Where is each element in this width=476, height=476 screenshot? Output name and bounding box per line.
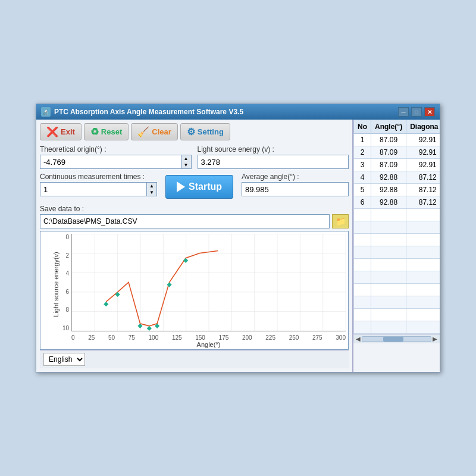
- table-row-empty: [354, 321, 440, 334]
- clear-icon: 🧹: [137, 126, 149, 137]
- col-diagonal: Diagona▲: [406, 120, 440, 134]
- language-select[interactable]: English: [43, 353, 85, 366]
- folder-icon: 📁: [336, 217, 346, 226]
- theoretical-origin-group: Theoretical origin(°) : ▲ ▼: [40, 145, 192, 169]
- startup-triangle-icon: [177, 181, 185, 192]
- cell-angle: 92.88: [371, 184, 406, 196]
- scrollbar-area: ◀ ▶: [353, 334, 440, 343]
- setting-icon: ⚙: [187, 126, 195, 137]
- title-bar: 🔬 PTC Absorption Axis Angle Measurement …: [36, 104, 440, 120]
- main-window: 🔬 PTC Absorption Axis Angle Measurement …: [36, 104, 440, 372]
- continuous-spinner: ▲ ▼: [147, 182, 157, 196]
- chart-area: 10 8 6 4 2 0 Light source energy(v): [40, 231, 349, 350]
- setting-button[interactable]: ⚙ Setting: [180, 123, 230, 140]
- table-row-empty: [354, 234, 440, 246]
- cell-diagonal: 87.12: [406, 184, 440, 196]
- chart-y-label: Light source energy(v): [40, 231, 71, 337]
- table-row-empty: [354, 296, 440, 309]
- cell-angle: 92.88: [371, 196, 406, 209]
- theoretical-origin-label: Theoretical origin(°) :: [40, 145, 192, 154]
- light-source-row: [198, 155, 349, 169]
- table-row: 692.8887.12: [354, 196, 440, 209]
- save-path-input[interactable]: [40, 214, 330, 228]
- theoretical-origin-spinner: ▲ ▼: [181, 155, 192, 169]
- title-controls: ─ □ ✕: [398, 107, 435, 117]
- cell-angle: 87.09: [371, 134, 406, 146]
- setting-label: Setting: [198, 127, 224, 136]
- col-no: No: [354, 120, 371, 134]
- folder-button[interactable]: 📁: [332, 214, 349, 228]
- startup-label: Startup: [189, 181, 222, 192]
- save-label: Save data to :: [40, 205, 349, 213]
- chart-x-label: Angle(°): [71, 333, 346, 349]
- cell-diagonal: 87.12: [406, 171, 440, 184]
- startup-button[interactable]: Startup: [165, 175, 233, 199]
- cell-diagonal: 92.91: [406, 134, 440, 146]
- data-point-6: [167, 283, 171, 287]
- table-row: 492.8887.12: [354, 171, 440, 184]
- cell-diagonal: 87.12: [406, 196, 440, 209]
- cell-no: 3: [354, 159, 371, 171]
- chart-y-label-text: Light source energy(v): [52, 252, 60, 317]
- chart-inner: [71, 234, 346, 331]
- middle-row: Continuous measurement times : ▲ ▼ Start…: [40, 173, 349, 201]
- cell-diagonal: 92.91: [406, 146, 440, 159]
- scroll-right-arrow[interactable]: ▶: [431, 336, 439, 342]
- cell-no: 4: [354, 171, 371, 184]
- minimize-button[interactable]: ─: [398, 107, 409, 117]
- continuous-label: Continuous measurement times :: [40, 173, 157, 181]
- toolbar: ❌ Exit ♻ Reset 🧹 Clear ⚙ Setting: [40, 123, 349, 140]
- table-row: 187.0992.91: [354, 134, 440, 146]
- chart-x-label-text: Angle(°): [197, 341, 221, 348]
- cell-angle: 92.88: [371, 171, 406, 184]
- maximize-button[interactable]: □: [411, 107, 422, 117]
- scrollbar-thumb[interactable]: [383, 337, 404, 342]
- continuous-up[interactable]: ▲: [147, 183, 156, 189]
- exit-button[interactable]: ❌ Exit: [40, 123, 82, 140]
- clear-button[interactable]: 🧹 Clear: [131, 123, 178, 140]
- scrollbar-track[interactable]: [362, 336, 431, 342]
- continuous-down[interactable]: ▼: [147, 189, 156, 196]
- table-row: 592.8887.12: [354, 184, 440, 196]
- table-row-empty: [354, 284, 440, 296]
- app-icon: 🔬: [41, 107, 51, 117]
- startup-area: Startup: [163, 173, 236, 201]
- right-panel: No Angle(°) Diagona▲ 187.0992.91287.0992…: [353, 120, 440, 372]
- table-header-row: No Angle(°) Diagona▲: [354, 120, 440, 134]
- reset-button[interactable]: ♻ Reset: [84, 123, 129, 140]
- light-source-input[interactable]: [198, 155, 349, 169]
- scroll-left-arrow[interactable]: ◀: [355, 336, 362, 342]
- title-bar-left: 🔬 PTC Absorption Axis Angle Measurement …: [41, 107, 243, 117]
- data-point-4: [147, 326, 152, 331]
- cell-diagonal: 92.91: [406, 159, 440, 171]
- continuous-input[interactable]: [40, 182, 147, 196]
- data-point-2: [115, 292, 120, 297]
- reset-icon: ♻: [90, 126, 99, 137]
- continuous-group: Continuous measurement times : ▲ ▼: [40, 173, 157, 201]
- theoretical-origin-row: ▲ ▼: [40, 155, 192, 169]
- data-point-1: [104, 302, 108, 306]
- theoretical-origin-down[interactable]: ▼: [181, 162, 191, 168]
- data-table: No Angle(°) Diagona▲ 187.0992.91287.0992…: [353, 120, 440, 334]
- clear-label: Clear: [152, 127, 171, 136]
- bottom-bar: English: [40, 350, 349, 368]
- window-title: PTC Absorption Axis Angle Measurement So…: [54, 108, 243, 116]
- data-point-7: [183, 258, 188, 263]
- table-row-empty: [354, 221, 440, 234]
- table-row-empty: [354, 309, 440, 321]
- light-source-label: Light source energy (v) :: [198, 145, 349, 154]
- average-label: Average angle(°) :: [242, 173, 349, 181]
- theoretical-origin-up[interactable]: ▲: [181, 155, 191, 162]
- cell-no: 6: [354, 196, 371, 209]
- average-group: Average angle(°) :: [242, 173, 349, 201]
- exit-label: Exit: [61, 127, 75, 136]
- average-row: [242, 182, 349, 196]
- close-button[interactable]: ✕: [424, 107, 435, 117]
- average-input[interactable]: [242, 182, 349, 196]
- table-row-empty: [354, 246, 440, 259]
- table-row-empty: [354, 209, 440, 221]
- save-section: Save data to : 📁: [40, 205, 349, 228]
- cell-angle: 87.09: [371, 146, 406, 159]
- theoretical-origin-input[interactable]: [40, 155, 181, 169]
- table-row: 387.0992.91: [354, 159, 440, 171]
